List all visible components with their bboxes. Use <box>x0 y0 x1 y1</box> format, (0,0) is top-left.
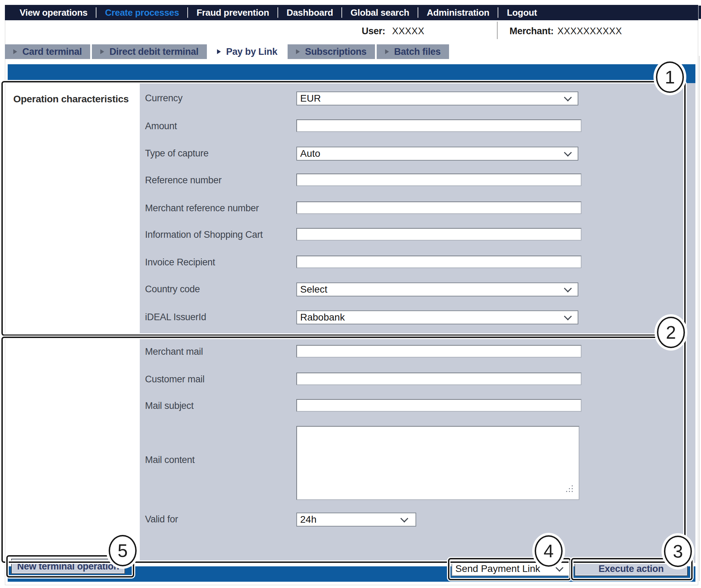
section-heading: Operation characteristics <box>13 94 129 105</box>
shopping-cart-info-label: Information of Shopping Cart <box>145 229 263 240</box>
shopping-cart-info-input[interactable] <box>296 228 581 241</box>
valid-for-label: Valid for <box>145 514 178 525</box>
mail-content-textarea[interactable] <box>296 426 579 500</box>
currency-label: Currency <box>145 93 182 104</box>
type-of-capture-label: Type of capture <box>145 148 209 159</box>
chevron-down-icon <box>564 285 572 293</box>
window-edge-line <box>699 56 700 581</box>
callout-number: 3 <box>673 541 683 562</box>
country-code-select[interactable]: Select <box>296 282 578 296</box>
nav-administration[interactable]: Administration <box>418 7 498 18</box>
callout-number: 4 <box>544 541 554 561</box>
terminal-tabs: Card terminal Direct debit terminal Pay … <box>5 44 449 59</box>
tab-direct-debit-terminal[interactable]: Direct debit terminal <box>92 44 207 59</box>
userbar-divider <box>497 22 498 39</box>
tab-label: Batch files <box>394 46 441 57</box>
merchant-mail-label: Merchant mail <box>145 346 203 357</box>
currency-select-value: EUR <box>300 93 321 104</box>
invoice-recipient-label: Invoice Recipient <box>145 257 215 268</box>
currency-select[interactable]: EUR <box>296 91 578 105</box>
nav-logout[interactable]: Logout <box>498 7 545 18</box>
chevron-down-icon <box>564 94 572 102</box>
amount-label: Amount <box>145 121 177 132</box>
reference-number-label: Reference number <box>145 175 222 186</box>
nav-global-search[interactable]: Global search <box>342 7 418 18</box>
callout-2: 2 <box>657 317 685 348</box>
customer-mail-label: Customer mail <box>145 374 204 385</box>
merchant-mail-input[interactable] <box>296 345 581 358</box>
tab-arrow-icon <box>385 49 389 54</box>
chevron-down-icon <box>400 515 409 523</box>
tab-arrow-icon <box>100 49 104 54</box>
mail-content-label: Mail content <box>145 455 195 465</box>
customer-mail-input[interactable] <box>296 373 581 385</box>
callout-3: 3 <box>664 536 692 567</box>
tab-batch-files[interactable]: Batch files <box>377 44 449 59</box>
pay-by-link-page: View operations Create processes Fraud p… <box>0 0 701 588</box>
ideal-issuerid-label: iDEAL IssuerId <box>145 312 206 323</box>
user-label: User: <box>362 26 385 37</box>
nav-dashboard[interactable]: Dashboard <box>278 7 341 18</box>
mail-subject-input[interactable] <box>296 399 581 412</box>
nav-create-processes[interactable]: Create processes <box>96 7 187 18</box>
user-value: XXXXX <box>392 26 425 37</box>
ideal-issuerid-select-value: Rabobank <box>300 312 345 323</box>
new-terminal-operation-button[interactable]: New terminal operation <box>11 559 125 574</box>
invoice-recipient-input[interactable] <box>296 256 581 268</box>
chevron-down-icon <box>564 149 572 157</box>
tab-label: Direct debit terminal <box>109 46 198 57</box>
ideal-issuerid-select[interactable]: Rabobank <box>296 310 578 324</box>
reference-number-input[interactable] <box>296 174 581 186</box>
merchant-label: Merchant: <box>510 26 554 37</box>
country-code-label: Country code <box>145 284 200 295</box>
resize-grip-icon[interactable] <box>569 488 570 489</box>
nav-fraud-prevention[interactable]: Fraud prevention <box>188 7 277 18</box>
tab-label: Pay by Link <box>226 46 277 57</box>
callout-number: 1 <box>665 67 675 88</box>
tab-arrow-icon <box>296 49 300 54</box>
chevron-down-icon <box>556 564 564 572</box>
merchant-reference-number-label: Merchant reference number <box>145 203 259 214</box>
header-blue-bar <box>8 64 695 83</box>
merchant-value: XXXXXXXXXX <box>557 26 622 37</box>
country-code-select-value: Select <box>300 284 327 295</box>
type-of-capture-select-value: Auto <box>300 148 320 159</box>
type-of-capture-select[interactable]: Auto <box>296 147 578 161</box>
callout-4: 4 <box>535 535 563 567</box>
nav-view-operations[interactable]: View operations <box>11 7 96 18</box>
callout-number: 5 <box>118 540 128 561</box>
tab-pay-by-link[interactable]: Pay by Link <box>209 44 286 59</box>
callout-1: 1 <box>656 61 684 93</box>
tab-arrow-icon <box>217 49 221 54</box>
action-select-value: Send Payment Link <box>455 563 540 574</box>
tab-card-terminal[interactable]: Card terminal <box>5 44 90 59</box>
top-navigation: View operations Create processes Fraud p… <box>5 5 698 20</box>
mail-subject-label: Mail subject <box>145 400 194 411</box>
tab-label: Subscriptions <box>305 46 367 57</box>
callout-number: 2 <box>666 322 676 343</box>
tab-arrow-icon <box>13 49 17 54</box>
merchant-reference-number-input[interactable] <box>296 201 581 214</box>
tab-subscriptions[interactable]: Subscriptions <box>288 44 375 59</box>
chevron-down-icon <box>564 313 572 321</box>
amount-input[interactable] <box>296 119 581 132</box>
callout-5: 5 <box>109 535 137 566</box>
valid-for-select[interactable]: 24h <box>296 513 416 527</box>
tab-label: Card terminal <box>22 46 82 57</box>
valid-for-select-value: 24h <box>300 514 317 525</box>
window-edge-artifact <box>699 6 701 19</box>
